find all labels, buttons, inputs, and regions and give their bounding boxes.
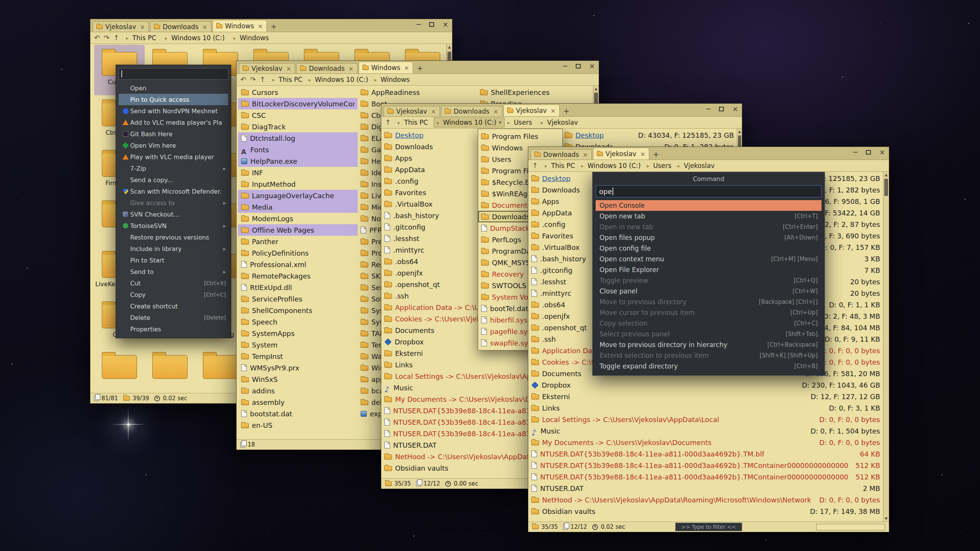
file-row[interactable]: Eksterni D: 12, F: 127, 12 GB	[528, 391, 883, 402]
file-row[interactable]: AppReadiness	[358, 86, 477, 98]
tab-close-icon[interactable]: ×	[404, 64, 409, 72]
context-menu-item[interactable]: Copy [Ctrl+C]	[119, 289, 228, 300]
scroll-up-icon[interactable]: ▲	[447, 44, 452, 50]
file-row[interactable]: WMSysPr9.prx	[238, 362, 358, 373]
scroll-down-icon[interactable]: ▼	[884, 515, 889, 522]
file-row[interactable]: Obsidian vaults D: 17, F: 149, 38 MB	[528, 505, 883, 517]
file-row[interactable]: System	[238, 339, 358, 350]
tab[interactable]: Vjekoslav ×	[384, 106, 440, 116]
file-row[interactable]: en-US	[238, 419, 358, 431]
breadcrumb-segment[interactable]: ▸ Windows 10 (C:) ▾	[434, 117, 505, 127]
context-menu-item[interactable]: Send with NordVPN Meshnet	[119, 105, 228, 117]
context-menu-item[interactable]: Open	[119, 82, 228, 94]
close-button[interactable]: ×	[879, 149, 885, 156]
command-item[interactable]: Open config file	[596, 243, 822, 254]
tab-close-icon[interactable]: ×	[348, 65, 353, 72]
new-tab-button[interactable]: +	[562, 106, 572, 116]
file-row[interactable]: Cursors	[238, 86, 358, 98]
context-menu-item[interactable]: Play with VLC media player	[119, 151, 228, 163]
breadcrumb-segment[interactable]: ▸ This PC	[542, 161, 578, 171]
file-row[interactable]: Professional.xml	[238, 259, 358, 270]
breadcrumb-segment[interactable]: ▸ Vjekoslav	[675, 161, 718, 171]
command-item[interactable]: Move to previous directory in hierarchy …	[596, 339, 822, 350]
close-button[interactable]: ×	[443, 21, 448, 28]
file-row[interactable]: Dropbox D: 230, F: 1043, 46 GB	[528, 379, 883, 391]
file-row[interactable]: NTUSER.DAT{53b39e88-18c4-11ea-a811-000d3…	[528, 460, 883, 471]
command-palette-input[interactable]: ope	[596, 185, 822, 197]
tab[interactable]: Downloads ×	[441, 106, 502, 116]
tab-close-icon[interactable]: ×	[550, 107, 555, 114]
new-tab-button[interactable]: +	[269, 22, 279, 31]
command-item[interactable]: Open files popup [Alt+Down]	[596, 232, 822, 243]
file-row[interactable]: CSC	[238, 109, 358, 121]
file-row[interactable]: TempInst	[238, 350, 358, 362]
file-row[interactable]: BitLockerDiscoveryVolumeContents	[238, 98, 358, 109]
context-menu-item[interactable]: Delete [Delete]	[119, 312, 228, 323]
back-button[interactable]: ↶	[94, 34, 100, 41]
scroll-up-icon[interactable]: ▲	[884, 172, 889, 178]
scroll-up-icon[interactable]: ▲	[737, 129, 742, 135]
tab-close-icon[interactable]: ×	[258, 23, 263, 30]
command-item[interactable]: Open File Explorer	[596, 264, 822, 275]
file-row[interactable]: NTUSER.DAT{53b39e88-18c4-11ea-a811-000d3…	[528, 471, 883, 483]
command-item[interactable]: Extend selection to previous item [Shift…	[596, 350, 822, 361]
tab[interactable]: Vjekoslav ×	[239, 63, 295, 73]
breadcrumb-segment[interactable]: ▸ Users	[644, 161, 675, 171]
context-menu-item[interactable]: Pin to Quick access	[119, 94, 228, 105]
command-item[interactable]: Open in new tab [Ctrl+Enter]	[596, 222, 822, 232]
type-to-filter-hint[interactable]: >> Type to filter <<	[675, 523, 742, 531]
file-row[interactable]: DiagTrack	[238, 121, 358, 132]
file-row[interactable]: RtlExUpd.dll	[238, 282, 358, 293]
file-row[interactable]: ShellExperiences	[477, 86, 596, 98]
file-row[interactable]: DtcInstall.log	[238, 132, 358, 144]
minimize-button[interactable]: ─	[416, 21, 421, 28]
file-row[interactable]: WinSxS	[238, 373, 358, 385]
command-item[interactable]: Open new tab [Ctrl+T]	[596, 211, 822, 222]
dropdown-item[interactable]: Program Files	[478, 130, 562, 142]
titlebar[interactable]: Downloads × Vjekoslav × + ─ ×	[528, 147, 889, 160]
tab[interactable]: Downloads ×	[531, 149, 592, 160]
command-item[interactable]: Move cursor to previous item [Ctrl+Up]	[596, 307, 822, 318]
breadcrumb-segment[interactable]: ▸ Vjekoslav	[538, 117, 584, 127]
file-row[interactable]: InputMethod	[238, 178, 358, 190]
tab-close-icon[interactable]: ×	[431, 108, 436, 115]
command-item[interactable]: Open context menu [Ctrl+M] [Menu]	[596, 254, 822, 264]
tab[interactable]: Vjekoslav ×	[593, 148, 649, 160]
context-menu-item[interactable]: TortoiseSVN ▸	[119, 220, 228, 231]
context-menu-item[interactable]: Give access to ▸	[119, 197, 228, 209]
file-row[interactable]: My Documents -> C:\Users\Vjekoslav\Docum…	[528, 437, 883, 448]
tab[interactable]: Downloads ×	[150, 21, 211, 32]
context-menu-item[interactable]: Send to ▸	[119, 266, 228, 277]
maximize-button[interactable]	[429, 22, 434, 27]
file-row[interactable]: Music D: 0, F: 1, 504 bytes	[528, 425, 883, 437]
scrollbar-thumb[interactable]	[884, 179, 888, 196]
file-icon-item[interactable]	[145, 348, 195, 393]
up-button[interactable]: ↑	[113, 34, 119, 41]
file-row[interactable]: NTUSER.DAT 2 MB	[528, 483, 883, 494]
file-row[interactable]: Panther	[238, 236, 358, 247]
tab-close-icon[interactable]: ×	[286, 65, 291, 72]
tab-close-icon[interactable]: ×	[202, 23, 207, 31]
file-row[interactable]: Media	[238, 201, 358, 213]
file-row[interactable]: HelpPane.exe	[238, 155, 358, 167]
command-item[interactable]: Copy selection [Ctrl+C]	[596, 318, 822, 329]
file-row[interactable]: Offline Web Pages	[238, 224, 358, 236]
forward-button[interactable]: ↷	[250, 76, 256, 83]
up-button[interactable]: ↑	[260, 76, 265, 83]
context-menu-item[interactable]: SVN Checkout...	[119, 209, 228, 220]
back-button[interactable]: ↶	[240, 76, 246, 83]
tab[interactable]: Windows ×	[359, 62, 413, 73]
file-row[interactable]: Speech	[238, 316, 358, 328]
context-menu-item[interactable]: Create shortcut	[119, 300, 228, 312]
tab[interactable]: Vjekoslav ×	[503, 104, 560, 116]
context-menu-item[interactable]: Properties	[119, 323, 228, 335]
context-menu-item[interactable]: Include in library ▸	[119, 243, 228, 254]
file-row[interactable]: Desktop D: 43034, F: 125185, 23 GB	[562, 129, 737, 141]
titlebar[interactable]: Vjekoslav × Downloads × Windows ×	[237, 61, 599, 74]
context-menu-item[interactable]: 7-Zip ▸	[119, 163, 228, 174]
breadcrumb-segment[interactable]: ▸ Windows 10 (C:)	[162, 33, 230, 43]
breadcrumb-segment[interactable]: ▸ Windows	[230, 33, 274, 43]
titlebar[interactable]: Vjekoslav × Downloads × Vjekoslav ×	[381, 104, 742, 117]
command-item[interactable]: Close panel [Ctrl+W]	[596, 286, 822, 297]
context-menu-filter-input[interactable]	[119, 68, 228, 80]
